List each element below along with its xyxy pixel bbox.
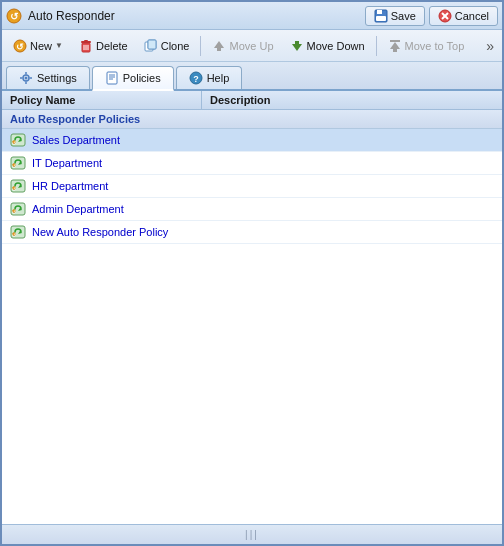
move-down-icon xyxy=(290,39,304,53)
resize-grip: ||| xyxy=(245,529,259,540)
svg-text:↺: ↺ xyxy=(12,186,16,192)
toolbar-separator-2 xyxy=(376,36,377,56)
move-to-top-icon xyxy=(388,39,402,53)
svg-rect-4 xyxy=(376,16,386,21)
policy-name: HR Department xyxy=(32,180,108,192)
move-up-icon xyxy=(212,39,226,53)
policy-icon: ↺ xyxy=(10,201,26,217)
policy-list: ↺ Sales Department ↺ IT Department ↺ HR … xyxy=(2,129,502,244)
policy-icon: ↺ xyxy=(10,224,26,240)
tab-settings[interactable]: Settings xyxy=(6,66,90,89)
policy-row[interactable]: ↺ HR Department xyxy=(2,175,502,198)
toolbar-separator-1 xyxy=(200,36,201,56)
delete-icon xyxy=(79,39,93,53)
svg-rect-12 xyxy=(84,40,88,42)
svg-rect-25 xyxy=(393,49,397,52)
clone-button[interactable]: Clone xyxy=(137,34,197,58)
col-policy-name: Policy Name xyxy=(2,91,202,109)
content-area: Auto Responder Policies ↺ Sales Departme… xyxy=(2,110,502,524)
cancel-icon xyxy=(438,9,452,23)
policy-icon: ↺ xyxy=(10,132,26,148)
svg-rect-3 xyxy=(377,10,382,14)
new-dropdown-arrow[interactable]: ▼ xyxy=(55,41,63,50)
svg-rect-23 xyxy=(390,40,400,42)
svg-text:↺: ↺ xyxy=(12,232,16,238)
move-to-top-button[interactable]: Move to Top xyxy=(381,34,472,58)
help-tab-icon: ? xyxy=(189,71,203,85)
col-description: Description xyxy=(202,91,502,109)
move-down-button[interactable]: Move Down xyxy=(283,34,372,58)
svg-marker-21 xyxy=(292,44,302,51)
tab-policies-label: Policies xyxy=(123,72,161,84)
title-left: ↺ Auto Responder xyxy=(6,8,115,24)
svg-text:↺: ↺ xyxy=(12,163,16,169)
new-icon: ↺ xyxy=(13,39,27,53)
clone-icon xyxy=(144,39,158,53)
status-bar: ||| xyxy=(2,524,502,544)
policy-name: Admin Department xyxy=(32,203,124,215)
policy-row[interactable]: ↺ New Auto Responder Policy xyxy=(2,221,502,244)
tab-help[interactable]: ? Help xyxy=(176,66,243,89)
table-header: Policy Name Description xyxy=(2,91,502,110)
policy-row[interactable]: ↺ Admin Department xyxy=(2,198,502,221)
svg-rect-22 xyxy=(295,41,299,44)
policy-icon: ↺ xyxy=(10,178,26,194)
tab-settings-label: Settings xyxy=(37,72,77,84)
svg-text:↺: ↺ xyxy=(12,209,16,215)
policy-name: Sales Department xyxy=(32,134,120,146)
policy-row[interactable]: ↺ IT Department xyxy=(2,152,502,175)
main-window: ↺ Auto Responder Save Cancel xyxy=(0,0,504,546)
cancel-button[interactable]: Cancel xyxy=(429,6,498,26)
settings-tab-icon xyxy=(19,71,33,85)
title-buttons: Save Cancel xyxy=(365,6,498,26)
delete-button[interactable]: Delete xyxy=(72,34,135,58)
tab-help-label: Help xyxy=(207,72,230,84)
title-text: Auto Responder xyxy=(28,9,115,23)
move-up-button[interactable]: Move Up xyxy=(205,34,280,58)
tab-policies[interactable]: Policies xyxy=(92,66,174,91)
tabs-bar: Settings Policies ? Help xyxy=(2,62,502,91)
svg-text:?: ? xyxy=(193,74,199,84)
title-icon: ↺ xyxy=(6,8,22,24)
svg-marker-24 xyxy=(390,42,400,49)
svg-text:↺: ↺ xyxy=(10,11,19,22)
new-button[interactable]: ↺ New ▼ xyxy=(6,34,70,58)
svg-rect-32 xyxy=(107,72,117,84)
policy-icon: ↺ xyxy=(10,155,26,171)
policy-name: New Auto Responder Policy xyxy=(32,226,168,238)
svg-text:↺: ↺ xyxy=(16,42,24,52)
section-header: Auto Responder Policies xyxy=(2,110,502,129)
policies-tab-icon xyxy=(105,71,119,85)
save-button[interactable]: Save xyxy=(365,6,425,26)
svg-rect-18 xyxy=(148,40,156,49)
toolbar: ↺ New ▼ Delete Clone xyxy=(2,30,502,62)
save-icon xyxy=(374,9,388,23)
title-bar: ↺ Auto Responder Save Cancel xyxy=(2,2,502,30)
svg-text:↺: ↺ xyxy=(12,140,16,146)
svg-point-27 xyxy=(25,77,28,80)
svg-rect-20 xyxy=(217,48,221,51)
svg-marker-19 xyxy=(214,41,224,48)
policy-name: IT Department xyxy=(32,157,102,169)
policy-row[interactable]: ↺ Sales Department xyxy=(2,129,502,152)
toolbar-overflow-button[interactable]: » xyxy=(482,36,498,56)
